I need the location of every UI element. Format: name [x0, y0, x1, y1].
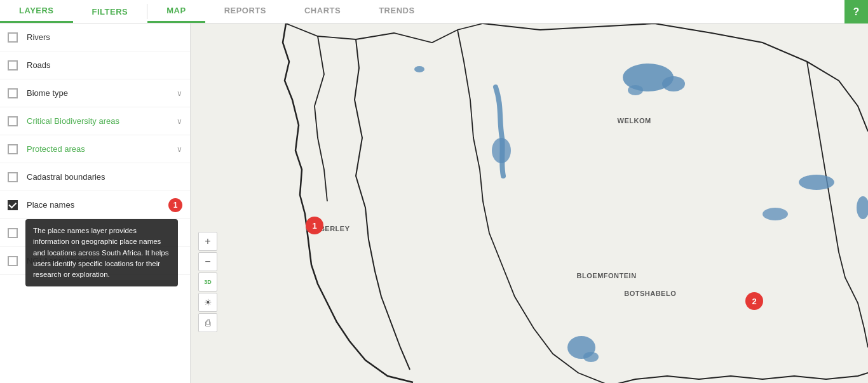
- marker-1[interactable]: 1: [306, 217, 323, 234]
- map-controls: + − 3D ☀ ⎙: [198, 232, 217, 332]
- place-names-tooltip: The place names layer provides informati…: [25, 219, 178, 286]
- tab-filters[interactable]: FILTERS: [73, 0, 147, 23]
- layer-cadastral-checkbox[interactable]: [8, 172, 18, 182]
- svg-point-10: [583, 352, 599, 362]
- sun-button[interactable]: ☀: [198, 293, 217, 312]
- layer-cadastral[interactable]: Cadastral boundaries: [0, 163, 190, 191]
- svg-point-2: [662, 76, 685, 91]
- marker-2[interactable]: 2: [745, 292, 763, 310]
- svg-point-6: [799, 175, 834, 190]
- layer-ngi-checkbox[interactable]: [8, 256, 18, 266]
- zoom-in-button[interactable]: +: [198, 232, 217, 251]
- zoom-out-button[interactable]: −: [198, 252, 217, 271]
- layer-erf-checkbox[interactable]: [8, 228, 18, 238]
- biome-chevron-icon: ∨: [177, 89, 182, 98]
- layer-critical-checkbox[interactable]: [8, 116, 18, 126]
- tab-charts[interactable]: CHARTS: [285, 0, 360, 23]
- layer-protected-areas[interactable]: Protected areas ∨: [0, 135, 190, 163]
- layer-protected-label: Protected areas: [27, 144, 174, 154]
- layer-roads[interactable]: Roads: [0, 51, 190, 79]
- layer-critical-biodiversity[interactable]: Critical Biodiversity areas ∨: [0, 107, 190, 135]
- tab-map[interactable]: MAP: [147, 0, 205, 23]
- city-botshabelo: BOTSHABELO: [624, 290, 676, 297]
- layer-place-names[interactable]: Place names 1 The place names layer prov…: [0, 191, 190, 219]
- map-area[interactable]: WELKOM KIMBERLEY BLOEMFONTEIN BOTSHABELO…: [191, 24, 868, 383]
- svg-point-3: [628, 85, 643, 95]
- layer-place-names-checkbox[interactable]: [8, 200, 18, 210]
- svg-rect-0: [191, 24, 868, 383]
- svg-point-4: [492, 138, 511, 163]
- layer-rivers-label: Rivers: [27, 32, 182, 42]
- layer-rivers[interactable]: Rivers: [0, 24, 190, 51]
- critical-chevron-icon: ∨: [177, 117, 182, 126]
- layer-rivers-checkbox[interactable]: [8, 32, 18, 43]
- city-welkom: WELKOM: [618, 117, 651, 124]
- layer-protected-checkbox[interactable]: [8, 144, 18, 154]
- help-button[interactable]: ?: [844, 0, 868, 24]
- layer-biome-label: Biome type: [27, 88, 174, 98]
- main-content: Rivers Roads Biome type ∨ Critical Biodi…: [0, 24, 868, 383]
- layer-biome-type[interactable]: Biome type ∨: [0, 79, 190, 107]
- city-bloemfontein: BLOEMFONTEIN: [577, 272, 637, 279]
- top-navigation: LAYERS FILTERS MAP REPORTS CHARTS TRENDS…: [0, 0, 868, 24]
- layer-roads-checkbox[interactable]: [8, 60, 18, 71]
- layers-sidebar: Rivers Roads Biome type ∨ Critical Biodi…: [0, 24, 191, 383]
- 3d-button[interactable]: 3D: [198, 272, 217, 292]
- svg-point-5: [414, 66, 424, 72]
- print-button[interactable]: ⎙: [198, 313, 217, 332]
- layer-roads-label: Roads: [27, 60, 182, 70]
- layer-cadastral-label: Cadastral boundaries: [27, 172, 182, 182]
- place-names-info-badge[interactable]: 1: [168, 198, 182, 212]
- layer-place-names-label: Place names: [27, 200, 165, 210]
- layer-critical-label: Critical Biodiversity areas: [27, 116, 174, 126]
- svg-point-7: [763, 208, 788, 220]
- protected-chevron-icon: ∨: [177, 145, 182, 154]
- tab-layers[interactable]: LAYERS: [0, 0, 73, 23]
- tab-reports[interactable]: REPORTS: [205, 0, 285, 23]
- tab-trends[interactable]: TRENDS: [360, 0, 433, 23]
- layer-biome-checkbox[interactable]: [8, 88, 18, 98]
- map-svg: [191, 24, 868, 383]
